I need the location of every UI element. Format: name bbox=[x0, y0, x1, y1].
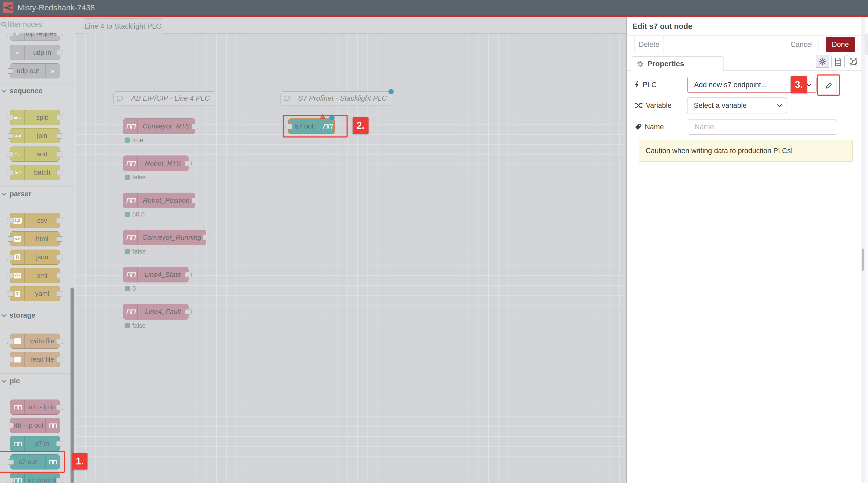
annotation-rect-step3 bbox=[817, 74, 840, 96]
input-port[interactable] bbox=[7, 291, 14, 296]
input-port[interactable] bbox=[7, 423, 14, 428]
output-port[interactable] bbox=[56, 357, 63, 362]
sidebar-sliver bbox=[865, 17, 868, 483]
tab-appearance-icon-button[interactable] bbox=[847, 55, 860, 68]
status-dot-icon bbox=[125, 174, 130, 180]
section-header-parser[interactable]: parser bbox=[0, 187, 75, 201]
node-status: false bbox=[125, 173, 146, 181]
output-port[interactable] bbox=[56, 133, 63, 138]
input-port[interactable] bbox=[7, 68, 14, 74]
input-port[interactable] bbox=[7, 115, 14, 120]
input-port[interactable] bbox=[7, 339, 14, 344]
output-port[interactable] bbox=[56, 218, 63, 223]
square-wave-icon: ⊓⊓ bbox=[123, 267, 137, 282]
palette-node-read-file[interactable]: → read file bbox=[10, 352, 60, 367]
palette-node-udp-in[interactable]: » udp in bbox=[10, 45, 60, 60]
sidebar-partial-band bbox=[865, 34, 868, 55]
input-port[interactable] bbox=[7, 357, 14, 362]
output-port[interactable] bbox=[185, 161, 192, 166]
node-status: 50.5 bbox=[125, 211, 145, 218]
section-header-storage[interactable]: storage bbox=[0, 308, 75, 323]
output-port[interactable] bbox=[56, 115, 63, 120]
palette-sidebar: » tcp request » udp in udp out » sequenc… bbox=[0, 17, 75, 483]
output-port[interactable] bbox=[56, 478, 63, 483]
output-port[interactable] bbox=[56, 273, 63, 278]
divider bbox=[627, 35, 861, 36]
output-port[interactable] bbox=[56, 170, 63, 175]
flow-node-line4-state[interactable]: ⊓⊓ Line4_State 0 bbox=[123, 267, 188, 283]
square-wave-icon: ⊓⊓ bbox=[123, 230, 137, 245]
flow-node-robot-rts[interactable]: ⊓⊓ Robot_RTS false bbox=[123, 156, 188, 171]
output-port[interactable] bbox=[56, 152, 63, 157]
tab-properties-icon-button[interactable] bbox=[816, 55, 829, 68]
tab-properties[interactable]: Properties bbox=[631, 57, 724, 71]
cancel-button[interactable]: Cancel bbox=[785, 37, 818, 52]
flow-node-conveyor-rts[interactable]: ⊓⊓ Conveyor_RTS true bbox=[123, 119, 195, 134]
palette-node-eth-ip-in[interactable]: ⊓⊓ eth - ip in bbox=[10, 399, 60, 415]
square-wave-icon: ⊓⊓ bbox=[123, 119, 137, 134]
palette-filter-input[interactable] bbox=[7, 21, 68, 29]
output-port[interactable] bbox=[56, 291, 63, 296]
output-port[interactable] bbox=[56, 405, 63, 410]
sidebar-partial-box bbox=[866, 18, 868, 31]
tray-scrollbar-thumb[interactable] bbox=[862, 249, 864, 271]
palette-node-sort[interactable]: ↑↓ sort bbox=[10, 147, 60, 162]
section-header-plc[interactable]: plc bbox=[0, 374, 75, 388]
chevron-down-icon bbox=[1, 88, 7, 93]
input-port[interactable] bbox=[7, 255, 14, 260]
output-port[interactable] bbox=[191, 198, 198, 203]
edit-tray-title: Edit s7 out node bbox=[632, 17, 692, 35]
palette-node-batch[interactable]: ∷▸∷ batch bbox=[10, 165, 60, 180]
node-status: false bbox=[125, 322, 146, 329]
input-port[interactable] bbox=[7, 170, 14, 175]
done-button[interactable]: Done bbox=[826, 37, 855, 52]
palette-node-html[interactable]: <> html bbox=[10, 231, 60, 247]
palette-node-json[interactable]: {} json bbox=[10, 250, 60, 265]
palette-node-xml[interactable]: <> xml bbox=[10, 268, 60, 283]
flow-node-robot-position[interactable]: ⊓⊓ Robot_Position 50.5 bbox=[123, 193, 195, 208]
palette-node-tcp-request[interactable]: » tcp request bbox=[10, 33, 60, 41]
delete-button[interactable]: Delete bbox=[634, 37, 664, 52]
tab-line4-to-stacklight-plc[interactable]: Line 4 to Stacklight PLC bbox=[83, 18, 163, 34]
comment-node-ab-eip[interactable]: AB EIP/CIP - Line 4 PLC bbox=[114, 91, 215, 105]
comment-node-s7-profinet[interactable]: S7 Profinet - Stacklight PLC bbox=[280, 91, 392, 105]
app-header: Misty-Redshank-7438 bbox=[0, 0, 868, 15]
output-port[interactable] bbox=[56, 50, 63, 55]
palette-node-s7-control[interactable]: ⊓⊓ s7 control bbox=[10, 473, 60, 483]
variable-select[interactable]: Select a variable bbox=[687, 97, 787, 114]
palette-node-csv[interactable]: 1,2 csv bbox=[10, 213, 60, 228]
name-input[interactable] bbox=[688, 119, 837, 135]
input-port[interactable] bbox=[7, 236, 14, 242]
flow-node-line4-fault[interactable]: ⊓⊓ Line4_Fault false bbox=[123, 304, 188, 320]
palette-node-s7-in[interactable]: ⊓⊓ s7 in bbox=[10, 436, 60, 451]
input-port[interactable] bbox=[7, 152, 14, 157]
flow-canvas[interactable]: AB EIP/CIP - Line 4 PLC S7 Profinet - St… bbox=[75, 34, 626, 483]
palette-node-udp-out[interactable]: udp out » bbox=[10, 63, 60, 78]
output-port[interactable] bbox=[56, 441, 63, 446]
output-port[interactable] bbox=[56, 339, 63, 344]
palette-node-split[interactable]: ■▸∷ split bbox=[10, 110, 60, 125]
flow-node-conveyor-running[interactable]: ⊓⊓ Conveyor_Running false bbox=[123, 230, 206, 245]
workspace-tab-bar: Line 4 to Stacklight PLC bbox=[75, 17, 626, 34]
output-port[interactable] bbox=[56, 33, 63, 36]
palette-node-join[interactable]: ∷▸■ join bbox=[10, 128, 60, 143]
output-port[interactable] bbox=[191, 124, 198, 129]
output-port[interactable] bbox=[56, 255, 63, 260]
output-port[interactable] bbox=[203, 235, 210, 240]
square-wave-icon: ⊓⊓ bbox=[45, 418, 60, 433]
output-port[interactable] bbox=[56, 236, 63, 242]
palette-node-write-file[interactable]: → write file bbox=[10, 333, 60, 349]
input-port[interactable] bbox=[7, 478, 14, 483]
tab-description-icon-button[interactable] bbox=[831, 55, 845, 68]
output-port[interactable] bbox=[185, 309, 192, 315]
palette-node-eth-ip-out[interactable]: eth - ip out ⊓⊓ bbox=[10, 418, 60, 433]
output-port[interactable] bbox=[185, 272, 192, 278]
input-port[interactable] bbox=[7, 33, 14, 36]
palette-node-yaml[interactable]: Y yaml bbox=[10, 286, 60, 301]
palette-filter-row[interactable] bbox=[0, 17, 75, 32]
section-header-sequence[interactable]: sequence bbox=[0, 84, 75, 98]
status-dot-icon bbox=[125, 137, 130, 143]
input-port[interactable] bbox=[7, 218, 14, 223]
input-port[interactable] bbox=[7, 133, 14, 138]
input-port[interactable] bbox=[7, 273, 14, 278]
